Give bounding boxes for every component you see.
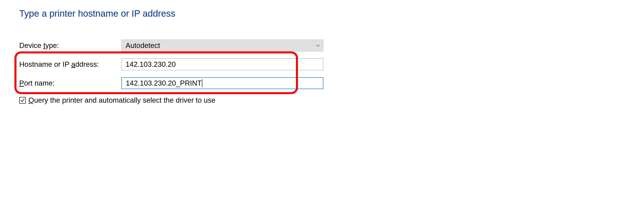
check-icon: [20, 98, 25, 103]
device-type-label: Device type:: [19, 41, 122, 50]
text-cursor: [202, 79, 202, 87]
hostname-input[interactable]: [122, 58, 323, 70]
query-printer-row: Query the printer and automatically sele…: [19, 96, 323, 104]
hostname-row: Hostname or IP address:: [19, 58, 323, 70]
hostname-label: Hostname or IP address:: [19, 60, 122, 68]
device-type-value: Autodetect: [126, 41, 160, 50]
device-type-select[interactable]: Autodetect: [122, 40, 323, 52]
port-label: Port name:: [19, 79, 122, 87]
device-type-row: Device type: Autodetect: [19, 40, 323, 52]
query-printer-checkbox[interactable]: [19, 97, 26, 104]
port-name-input[interactable]: 142.103.230.20_PRINT: [122, 77, 323, 89]
query-printer-label: Query the printer and automatically sele…: [28, 96, 216, 104]
port-row: Port name: 142.103.230.20_PRINT: [19, 77, 323, 89]
page-title: Type a printer hostname or IP address: [19, 8, 323, 19]
